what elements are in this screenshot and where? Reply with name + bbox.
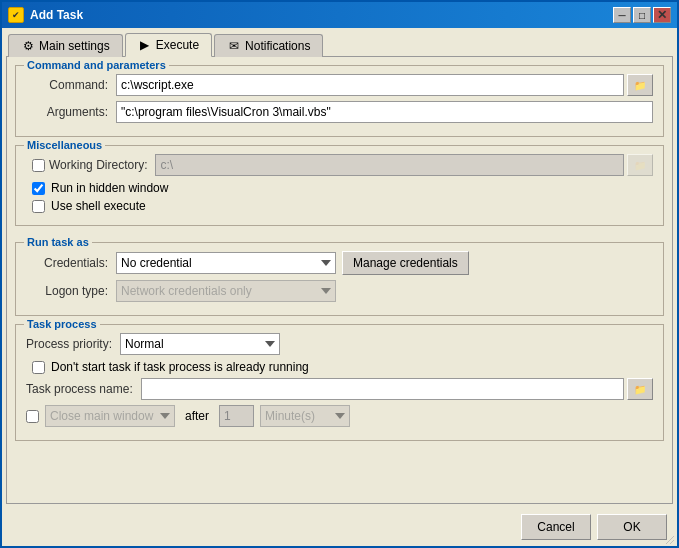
tab-bar: ⚙ Main settings ▶ Execute ✉ Notification… [2, 28, 677, 56]
main-settings-icon: ⚙ [21, 39, 35, 53]
working-directory-row: Working Directory: 📁 [26, 154, 653, 176]
command-row: Command: 📁 [26, 74, 653, 96]
execute-icon: ▶ [138, 38, 152, 52]
cancel-label: Cancel [537, 520, 574, 534]
run-task-as-section: Run task as Credentials: No credential D… [15, 242, 664, 316]
tab-notifications-label: Notifications [245, 39, 310, 53]
logon-type-label: Logon type: [26, 284, 116, 298]
ok-button[interactable]: OK [597, 514, 667, 540]
credentials-row: Credentials: No credential Default Custo… [26, 251, 653, 275]
close-main-window-checkbox[interactable] [26, 410, 39, 423]
cancel-button[interactable]: Cancel [521, 514, 591, 540]
window-icon: ✔ [8, 7, 24, 23]
task-process-name-input[interactable] [141, 378, 624, 400]
run-hidden-row: Run in hidden window [32, 181, 653, 195]
command-input[interactable] [116, 74, 624, 96]
use-shell-checkbox[interactable] [32, 200, 45, 213]
task-process-name-row: Task process name: 📁 [26, 378, 653, 400]
task-process-name-browse-button[interactable]: 📁 [627, 378, 653, 400]
process-priority-row: Process priority: Normal Idle Below Norm… [26, 333, 653, 355]
browse-icon-wd: 📁 [634, 160, 646, 171]
add-task-window: ✔ Add Task ─ □ ✕ ⚙ Main settings ▶ Execu… [0, 0, 679, 548]
command-label: Command: [26, 78, 116, 92]
tab-execute[interactable]: ▶ Execute [125, 33, 212, 57]
minimize-icon: ─ [618, 10, 625, 21]
use-shell-row: Use shell execute [32, 199, 653, 213]
logon-type-row: Logon type: Network credentials only Int… [26, 280, 653, 302]
command-section-title: Command and parameters [24, 59, 169, 71]
working-directory-input[interactable] [155, 154, 624, 176]
dont-start-checkbox[interactable] [32, 361, 45, 374]
logon-type-select[interactable]: Network credentials only Interactive Bat… [116, 280, 336, 302]
close-icon: ✕ [657, 8, 667, 22]
ok-label: OK [623, 520, 640, 534]
working-directory-checkbox[interactable] [32, 159, 45, 172]
close-main-window-select[interactable]: Close main window Terminate [45, 405, 175, 427]
working-directory-browse-button: 📁 [627, 154, 653, 176]
process-priority-select[interactable]: Normal Idle Below Normal Above Normal Hi… [120, 333, 280, 355]
task-process-title: Task process [24, 318, 100, 330]
time-unit-select[interactable]: Minute(s) Second(s) Hour(s) [260, 405, 350, 427]
manage-credentials-button[interactable]: Manage credentials [342, 251, 469, 275]
close-main-window-row: Close main window Terminate after Minute… [26, 405, 653, 427]
manage-credentials-label: Manage credentials [353, 256, 458, 270]
tab-main-settings-label: Main settings [39, 39, 110, 53]
browse-icon: 📁 [634, 80, 646, 91]
window-title: Add Task [30, 8, 83, 22]
arguments-label: Arguments: [26, 105, 116, 119]
tab-main-settings[interactable]: ⚙ Main settings [8, 34, 123, 57]
arguments-input[interactable] [116, 101, 653, 123]
window-controls: ─ □ ✕ [613, 7, 671, 23]
dont-start-label: Don't start task if task process is alre… [51, 360, 309, 374]
command-browse-button[interactable]: 📁 [627, 74, 653, 96]
working-directory-label: Working Directory: [49, 158, 155, 172]
bottom-bar: Cancel OK [2, 508, 677, 546]
miscellaneous-section-title: Miscellaneous [24, 139, 105, 151]
restore-icon: □ [639, 10, 645, 21]
task-process-section: Task process Process priority: Normal Id… [15, 324, 664, 441]
run-hidden-label: Run in hidden window [51, 181, 168, 195]
notifications-icon: ✉ [227, 39, 241, 53]
browse-icon-tpn: 📁 [634, 384, 646, 395]
credentials-select[interactable]: No credential Default Custom [116, 252, 336, 274]
title-bar-left: ✔ Add Task [8, 7, 83, 23]
miscellaneous-section: Miscellaneous Working Directory: 📁 Run i… [15, 145, 664, 226]
command-section: Command and parameters Command: 📁 Argume… [15, 65, 664, 137]
process-priority-label: Process priority: [26, 337, 120, 351]
resize-grip[interactable] [665, 534, 675, 544]
credentials-label: Credentials: [26, 256, 116, 270]
after-label: after [185, 409, 209, 423]
tab-notifications[interactable]: ✉ Notifications [214, 34, 323, 57]
task-process-name-label: Task process name: [26, 382, 141, 396]
after-value-input[interactable] [219, 405, 254, 427]
dont-start-row: Don't start task if task process is alre… [32, 360, 653, 374]
arguments-row: Arguments: [26, 101, 653, 123]
minimize-button[interactable]: ─ [613, 7, 631, 23]
title-bar: ✔ Add Task ─ □ ✕ [2, 2, 677, 28]
use-shell-label: Use shell execute [51, 199, 146, 213]
restore-button[interactable]: □ [633, 7, 651, 23]
run-hidden-checkbox[interactable] [32, 182, 45, 195]
main-content: Command and parameters Command: 📁 Argume… [6, 56, 673, 504]
close-button[interactable]: ✕ [653, 7, 671, 23]
run-task-as-title: Run task as [24, 236, 92, 248]
tab-execute-label: Execute [156, 38, 199, 52]
